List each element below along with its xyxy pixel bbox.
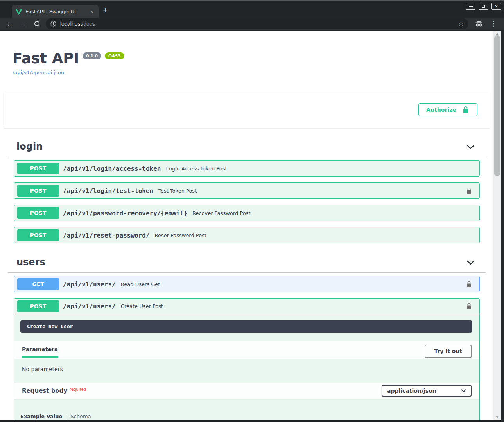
- operation-summary-text: Login Access Token Post: [166, 166, 227, 172]
- select-chevron-icon: [461, 389, 466, 392]
- tab-schema[interactable]: Schema: [70, 413, 91, 419]
- method-badge: POST: [17, 300, 59, 312]
- tab-close-icon[interactable]: ×: [89, 9, 95, 15]
- version-badge: 0.1.0: [83, 52, 101, 59]
- url-host: localhost: [60, 21, 82, 27]
- back-icon[interactable]: ←: [6, 20, 13, 27]
- bookmark-star-icon[interactable]: ☆: [458, 20, 464, 27]
- scroll-down-icon[interactable]: ▼: [493, 416, 501, 419]
- auth-lock-icon[interactable]: [466, 302, 472, 310]
- close-icon: ✕: [495, 4, 498, 9]
- method-badge: POST: [17, 207, 59, 219]
- forward-icon[interactable]: →: [20, 20, 27, 27]
- method-badge: POST: [17, 163, 59, 174]
- parameters-header: Parameters Try it out: [14, 341, 479, 359]
- browser-menu-icon[interactable]: ⋮: [490, 20, 497, 28]
- url-text: localhost/docs: [60, 21, 95, 27]
- tag-header-login[interactable]: login: [8, 137, 486, 157]
- content-type-select[interactable]: application/json: [382, 385, 472, 397]
- operation-summary[interactable]: POST /api/v1/login/access-token Login Ac…: [14, 161, 479, 176]
- operation-path: /api/v1/login/test-token: [63, 187, 153, 195]
- operation-summary[interactable]: POST /api/v1/password-recovery/{email} R…: [14, 205, 479, 221]
- opblock: GET /api/v1/users/ Read Users Get: [14, 276, 480, 292]
- favicon-icon: [16, 9, 22, 15]
- tab-example-value[interactable]: Example Value: [20, 413, 62, 419]
- method-badge: POST: [17, 229, 59, 241]
- tag-name: login: [16, 141, 43, 152]
- request-body-label: Request bodyrequired: [22, 387, 86, 394]
- window-right-border: [501, 31, 504, 422]
- url-path: /docs: [82, 21, 95, 27]
- browser-titlebar: Fast API - Swagger UI × + ✕: [0, 0, 504, 18]
- page-scrollbar[interactable]: ▲ ▼: [493, 31, 501, 420]
- authorize-label: Authorize: [426, 107, 456, 113]
- method-badge: POST: [17, 185, 59, 197]
- opblock-expanded: POST /api/v1/users/ Create User Post Cre…: [14, 298, 480, 420]
- content-type-value: application/json: [387, 388, 436, 394]
- window-bottom-border: [0, 420, 501, 422]
- auth-lock-icon[interactable]: [466, 187, 472, 195]
- operation-summary[interactable]: POST /api/v1/users/ Create User Post: [14, 299, 479, 314]
- tag-name: users: [16, 257, 45, 268]
- operation-path: /api/v1/login/access-token: [63, 165, 161, 172]
- scrollbar-thumb[interactable]: [494, 35, 500, 176]
- incognito-icon: [475, 20, 483, 27]
- operation-summary[interactable]: GET /api/v1/users/ Read Users Get: [14, 276, 479, 292]
- openapi-spec-link[interactable]: /api/v1/openapi.json: [13, 70, 64, 75]
- opblock: POST /api/v1/login/access-token Login Ac…: [14, 160, 480, 177]
- scheme-container: Authorize: [4, 91, 490, 128]
- minimize-icon: [469, 6, 473, 7]
- close-button[interactable]: ✕: [491, 3, 501, 10]
- authorize-button[interactable]: Authorize: [418, 103, 477, 116]
- browser-window: Fast API - Swagger UI × + ✕ ← → localhos…: [0, 0, 504, 422]
- site-info-icon[interactable]: [50, 21, 56, 27]
- method-badge: GET: [17, 278, 59, 290]
- operation-summary-text: Read Users Get: [121, 281, 160, 287]
- operation-path: /api/v1/users/: [63, 281, 116, 288]
- operation-summary-text: Recover Password Post: [192, 210, 251, 216]
- operation-summary-text: Test Token Post: [158, 188, 197, 194]
- operation-body: Create new user Parameters Try it out No…: [14, 320, 479, 420]
- scroll-up-icon[interactable]: ▲: [493, 32, 501, 35]
- new-tab-button[interactable]: +: [103, 6, 108, 14]
- operation-path: /api/v1/reset-password/: [63, 232, 150, 239]
- opblock: POST /api/v1/login/test-token Test Token…: [14, 182, 480, 199]
- reload-icon[interactable]: [34, 20, 40, 27]
- chevron-down-icon[interactable]: [466, 260, 475, 265]
- chevron-down-icon[interactable]: [466, 145, 475, 149]
- operation-path: /api/v1/users/: [63, 302, 116, 310]
- model-example: Example Value Schema {: [14, 399, 479, 420]
- tab-parameters[interactable]: Parameters: [22, 344, 58, 358]
- address-bar[interactable]: localhost/docs ☆: [46, 18, 468, 29]
- browser-tab[interactable]: Fast API - Swagger UI ×: [12, 5, 99, 18]
- auth-lock-icon[interactable]: [466, 281, 472, 288]
- operation-summary-text: Create User Post: [121, 303, 163, 309]
- maximize-icon: [482, 5, 485, 8]
- oas-badge: OAS3: [105, 52, 124, 59]
- opblock: POST /api/v1/password-recovery/{email} R…: [14, 205, 480, 221]
- operation-summary[interactable]: POST /api/v1/reset-password/ Reset Passw…: [14, 227, 479, 243]
- swagger-page: Fast API0.1.0OAS3 /api/v1/openapi.json A…: [0, 31, 493, 420]
- api-info: Fast API0.1.0OAS3 /api/v1/openapi.json: [0, 31, 493, 76]
- maximize-button[interactable]: [479, 3, 488, 10]
- operation-summary-text: Reset Password Post: [155, 232, 207, 238]
- tag-section-users: users GET /api/v1/users/ Read Users Get: [8, 253, 486, 420]
- tab-divider: [66, 413, 66, 419]
- minimize-button[interactable]: [466, 3, 475, 10]
- required-badge: required: [70, 387, 86, 392]
- tag-section-login: login POST /api/v1/login/access-token Lo…: [8, 137, 486, 243]
- operation-summary[interactable]: POST /api/v1/login/test-token Test Token…: [14, 183, 479, 198]
- request-body-header: Request bodyrequired application/json: [14, 383, 479, 399]
- opblock: POST /api/v1/reset-password/ Reset Passw…: [14, 227, 480, 243]
- tab-title: Fast API - Swagger UI: [25, 9, 89, 14]
- no-parameters-text: No parameters: [14, 359, 479, 383]
- unlock-icon: [462, 106, 470, 114]
- operation-description: Create new user: [20, 320, 472, 333]
- tag-header-users[interactable]: users: [8, 253, 486, 273]
- operation-path: /api/v1/password-recovery/{email}: [63, 209, 187, 217]
- page-title: Fast API: [13, 50, 79, 67]
- browser-toolbar: ← → localhost/docs ☆ ⋮: [0, 18, 504, 31]
- try-it-out-button[interactable]: Try it out: [425, 345, 472, 358]
